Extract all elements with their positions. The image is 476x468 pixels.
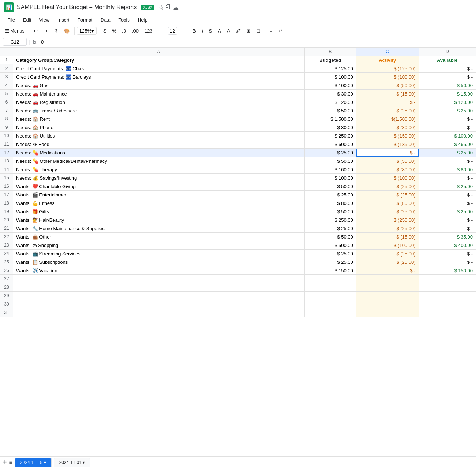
category-cell[interactable]: Wants: 📺 Streaming Services — [13, 250, 305, 258]
activity-cell[interactable]: $ (15.00) — [356, 90, 419, 98]
available-cell[interactable]: $ 50.00 — [419, 81, 476, 90]
category-cell[interactable] — [13, 300, 305, 308]
menu-data[interactable]: Data — [97, 16, 114, 24]
activity-cell[interactable]: $ (150.00) — [356, 132, 419, 140]
activity-cell[interactable]: $ - — [356, 266, 419, 275]
budgeted-cell[interactable] — [304, 308, 356, 317]
budgeted-cell[interactable]: $ 150.00 — [304, 266, 356, 275]
available-cell[interactable]: $ - — [419, 191, 476, 199]
available-cell[interactable]: $ 100.00 — [419, 132, 476, 140]
category-cell[interactable] — [13, 308, 305, 317]
category-cell[interactable]: Needs: 💊 Therapy — [13, 165, 305, 174]
category-cell[interactable] — [13, 292, 305, 300]
budgeted-cell[interactable]: $ 25.00 — [304, 191, 356, 199]
activity-cell[interactable]: $ (25.00) — [356, 224, 419, 233]
decimal-more-button[interactable]: .00 — [130, 27, 141, 35]
available-cell[interactable]: $ - — [419, 174, 476, 182]
available-cell[interactable]: $ 80.00 — [419, 165, 476, 174]
format-123-button[interactable]: 123 — [142, 27, 155, 35]
category-cell[interactable]: Wants: 👜 Other — [13, 233, 305, 241]
budgeted-cell[interactable] — [304, 300, 356, 308]
category-cell[interactable]: Wants: 💪 Fitness — [13, 199, 305, 207]
category-cell[interactable]: Wants: 📋 Subscriptions — [13, 258, 305, 266]
budgeted-cell[interactable]: $ 25.00 — [304, 224, 356, 233]
highlight-button[interactable]: 🖍 — [234, 27, 243, 35]
font-plus-button[interactable]: + — [178, 27, 186, 35]
redo-button[interactable]: ↪ — [41, 27, 50, 35]
budgeted-cell[interactable]: $ 50.00 — [304, 182, 356, 191]
activity-cell[interactable]: $ (80.00) — [356, 165, 419, 174]
category-cell[interactable]: Needs: 💊 Other Medical/Dental/Pharmacy — [13, 157, 305, 165]
menu-edit[interactable]: Edit — [19, 16, 35, 24]
menu-help[interactable]: Help — [134, 16, 151, 24]
category-cell[interactable]: Wants: 🎬 Entertainment — [13, 191, 305, 199]
activity-cell[interactable]: $ (100.00) — [356, 241, 419, 250]
font-size-control[interactable]: 12 — [168, 27, 177, 35]
col-d-header[interactable]: D — [419, 48, 476, 56]
italic-button[interactable]: I — [200, 27, 205, 35]
activity-cell[interactable]: $ (15.00) — [356, 233, 419, 241]
menu-tools[interactable]: Tools — [115, 16, 133, 24]
activity-cell[interactable]: $ (25.00) — [356, 250, 419, 258]
menus-button[interactable]: ☰ Menus — [3, 27, 27, 35]
available-cell[interactable]: $ - — [419, 64, 476, 73]
activity-cell[interactable]: $ (80.00) — [356, 199, 419, 207]
budgeted-cell[interactable]: $ 30.00 — [304, 123, 356, 132]
font-minus-button[interactable]: − — [159, 27, 167, 35]
available-cell[interactable]: $ 465.00 — [419, 140, 476, 149]
print-button[interactable]: 🖨 — [51, 27, 60, 35]
available-cell[interactable]: $ - — [419, 73, 476, 81]
available-cell[interactable]: $ 25.00 — [419, 182, 476, 191]
activity-cell[interactable]: $ (50.00) — [356, 157, 419, 165]
available-cell[interactable]: $ 25.00 — [419, 149, 476, 157]
category-cell[interactable]: Needs: 🚗 Maintenance — [13, 90, 305, 98]
category-cell[interactable]: Wants: 🎁 Gifts — [13, 207, 305, 216]
budgeted-cell[interactable]: $ 50.00 — [304, 157, 356, 165]
activity-cell[interactable]: $ (100.00) — [356, 73, 419, 81]
activity-cell[interactable]: $ - — [356, 149, 419, 157]
activity-cell[interactable]: $ (25.00) — [356, 191, 419, 199]
text-color-button[interactable]: A — [225, 27, 233, 35]
available-cell[interactable] — [419, 283, 476, 292]
budgeted-cell[interactable]: $ 125.00 — [304, 64, 356, 73]
underline-button[interactable]: A — [216, 27, 223, 35]
category-header-cell[interactable]: Category Group/Category — [13, 56, 305, 64]
available-cell[interactable]: $ 400.00 — [419, 241, 476, 250]
formula-input[interactable] — [39, 38, 473, 45]
available-cell[interactable]: $ - — [419, 258, 476, 266]
available-cell[interactable]: $ - — [419, 250, 476, 258]
budgeted-cell[interactable]: $ 50.00 — [304, 207, 356, 216]
budgeted-cell[interactable]: $ 25.00 — [304, 149, 356, 157]
activity-cell[interactable]: $ (25.00) — [356, 106, 419, 115]
activity-cell[interactable] — [356, 275, 419, 283]
budgeted-cell[interactable]: $ 500.00 — [304, 241, 356, 250]
zoom-control[interactable]: 125% ▾ — [77, 27, 97, 35]
category-cell[interactable]: Wants: ❤️ Charitable Giving — [13, 182, 305, 191]
activity-cell[interactable] — [356, 292, 419, 300]
category-cell[interactable]: Needs: 🍽 Food — [13, 140, 305, 149]
available-cell[interactable]: $ 25.00 — [419, 106, 476, 115]
paint-format-button[interactable]: 🎨 — [62, 27, 72, 35]
budgeted-cell[interactable]: $ 50.00 — [304, 233, 356, 241]
activity-cell[interactable]: $ (125.00) — [356, 64, 419, 73]
activity-cell[interactable]: $ (250.00) — [356, 216, 419, 224]
available-cell[interactable]: $ 35.00 — [419, 233, 476, 241]
currency-button[interactable]: $ — [101, 27, 108, 35]
available-cell[interactable]: $ - — [419, 216, 476, 224]
budgeted-cell[interactable] — [304, 292, 356, 300]
category-cell[interactable]: Needs: 🚗 Registration — [13, 98, 305, 106]
available-cell[interactable] — [419, 275, 476, 283]
col-c-header[interactable]: C — [356, 48, 419, 56]
zoom-dropdown-icon[interactable]: ▾ — [91, 28, 94, 34]
category-cell[interactable]: Needs: 🚌 Transit/Rideshare — [13, 106, 305, 115]
menu-insert[interactable]: Insert — [54, 16, 73, 24]
category-cell[interactable]: Needs: 💊 Medications — [13, 149, 305, 157]
available-cell[interactable]: $ - — [419, 199, 476, 207]
activity-cell[interactable]: $ (50.00) — [356, 81, 419, 90]
budgeted-cell[interactable]: $ 50.00 — [304, 106, 356, 115]
category-cell[interactable]: Credit Card Payments: 🏧 Chase — [13, 64, 305, 73]
category-cell[interactable] — [13, 275, 305, 283]
available-cell[interactable]: $ - — [419, 157, 476, 165]
category-cell[interactable]: Needs: 🏠 Phone — [13, 123, 305, 132]
align-button[interactable]: ≡ — [267, 27, 275, 35]
